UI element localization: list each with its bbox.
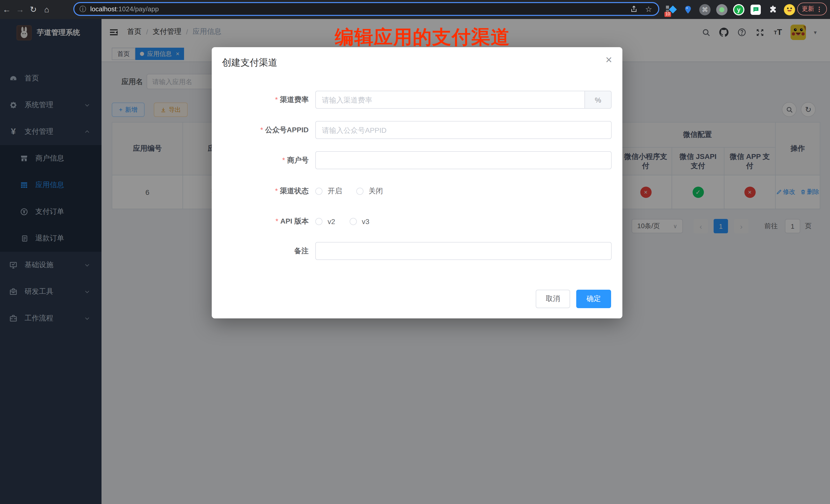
extension-chat-icon[interactable]	[750, 4, 761, 15]
status-off-label[interactable]: 关闭	[369, 186, 383, 196]
fee-unit: %	[585, 91, 612, 109]
bookmark-star-icon[interactable]: ☆	[645, 4, 652, 13]
cancel-button[interactable]: 取消	[536, 290, 570, 308]
dialog-title: 创建支付渠道	[222, 56, 277, 69]
fee-input[interactable]	[315, 91, 585, 109]
annotation-text: 编辑应用的支付渠道	[335, 25, 510, 50]
status-on-radio[interactable]	[315, 187, 322, 195]
status-on-label[interactable]: 开启	[328, 186, 342, 196]
confirm-button[interactable]: 确定	[576, 290, 611, 308]
merchant-label: *商户号	[212, 151, 309, 169]
api-version-label: *API 版本	[212, 212, 309, 230]
status-label: *渠道状态	[212, 182, 309, 200]
back-icon[interactable]: ←	[0, 5, 13, 14]
home-icon[interactable]: ⌂	[40, 5, 53, 14]
screen: ← → ↻ ⌂ ⓘ localhost:1024/pay/app ☆ 10 ⌘	[0, 0, 830, 504]
reload-icon[interactable]: ↻	[27, 5, 40, 14]
remark-input[interactable]	[315, 242, 612, 260]
api-v3-label[interactable]: v3	[362, 217, 370, 225]
extension-record-icon[interactable]	[716, 4, 728, 15]
api-v3-radio[interactable]	[350, 218, 357, 225]
site-info-icon[interactable]: ⓘ	[79, 4, 86, 13]
browser-toolbar: ← → ↻ ⌂ ⓘ localhost:1024/pay/app ☆ 10 ⌘	[0, 0, 830, 19]
forward-icon[interactable]: →	[13, 5, 27, 14]
url-host: localhost	[90, 5, 117, 13]
extension-command-icon[interactable]: ⌘	[699, 4, 710, 15]
extension-diamond-icon[interactable]: 10	[665, 4, 677, 15]
profile-avatar-icon[interactable]	[784, 4, 795, 15]
extensions-row: 10 ⌘ y	[665, 0, 795, 19]
fee-label: *渠道费率	[212, 91, 309, 109]
merchant-input[interactable]	[315, 151, 612, 169]
extensions-puzzle-icon[interactable]	[767, 4, 778, 15]
dialog-close-icon[interactable]: ×	[605, 54, 612, 66]
remark-label: 备注	[212, 242, 309, 260]
browser-update-button[interactable]: 更新 ⋮	[797, 3, 827, 15]
api-v2-label[interactable]: v2	[328, 217, 335, 225]
url-path: :1024/pay/app	[117, 5, 159, 13]
extension-badge: 10	[664, 11, 671, 17]
browser-menu-icon[interactable]: ⋮	[816, 5, 822, 12]
url-bar[interactable]: ⓘ localhost:1024/pay/app ☆	[73, 2, 659, 16]
create-pay-channel-dialog: 创建支付渠道 × *渠道费率 % *公众号APPID *商户号 *渠道状态	[212, 47, 622, 318]
share-icon[interactable]	[629, 4, 639, 14]
appid-label: *公众号APPID	[212, 121, 309, 139]
extension-y-icon[interactable]: y	[733, 4, 744, 15]
extension-balloon-icon[interactable]	[682, 4, 694, 15]
status-off-radio[interactable]	[356, 187, 363, 195]
api-v2-radio[interactable]	[315, 218, 322, 225]
appid-input[interactable]	[315, 121, 612, 139]
